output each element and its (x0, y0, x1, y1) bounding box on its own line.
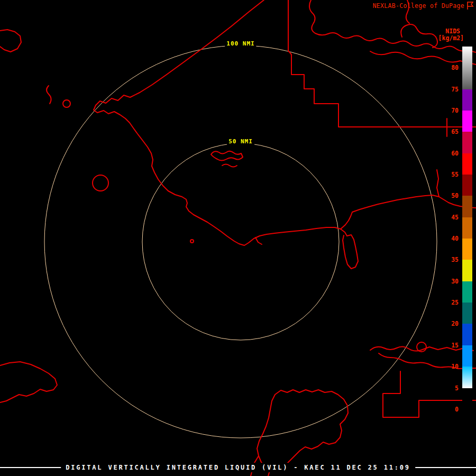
colorbar-tick-label: 55 (451, 171, 459, 178)
colorbar (462, 47, 472, 418)
colorbar-tick-label: 0 (455, 406, 459, 413)
colorbar-segment (462, 239, 472, 260)
colorbar-tick-label: 65 (451, 128, 459, 135)
range-ring-100nmi (44, 45, 437, 438)
lake-outline (190, 240, 194, 243)
nexlab-logo-flag-icon (466, 2, 474, 10)
colorbar-tick-label: 10 (451, 363, 459, 370)
colorbar-segment (462, 345, 472, 367)
coastline-path (343, 235, 358, 269)
island-outline (222, 164, 237, 167)
colorbar-units: [kg/m2] (438, 34, 464, 42)
river-path (401, 24, 437, 48)
colorbar-segment (462, 388, 472, 409)
map-outlines (0, 0, 476, 476)
coastline-path (94, 0, 347, 245)
product-caption: DIGITAL VERTICALLY INTEGRATED LIQUID (VI… (61, 463, 415, 472)
colorbar-segment (462, 367, 472, 388)
coastline-path (379, 353, 476, 369)
coastline-path (47, 86, 51, 104)
colorbar-segment (462, 303, 472, 324)
colorbar-tick-label: 15 (451, 342, 459, 349)
colorbar-segment (462, 153, 472, 175)
colorbar-tick-label: 20 (451, 320, 459, 327)
colorbar-segment (462, 175, 472, 196)
colorbar-segment (462, 111, 472, 132)
colorbar-tick-label: 75 (451, 86, 459, 93)
colorbar-tick-label: 60 (451, 150, 459, 157)
colorbar-tick-label: 50 (451, 192, 459, 199)
colorbar-segment (462, 132, 472, 153)
lake-outline (257, 390, 348, 469)
colorbar-segment (462, 217, 472, 239)
colorbar-segment (462, 89, 472, 111)
colorbar-segment (462, 409, 472, 418)
colorbar-title: NIDS (445, 28, 460, 35)
colorbar-tick-label: 45 (451, 214, 459, 221)
range-ring-50nmi (142, 143, 339, 340)
coastline-path (255, 237, 262, 244)
radar-map (0, 0, 476, 476)
colorbar-tick-label: 80 (451, 64, 459, 71)
colorbar-segment (462, 196, 472, 217)
lake-outline (93, 175, 108, 191)
range-ring-label-100nmi: 100 NMI (225, 40, 256, 47)
colorbar-ticks: 80757065605550454035302520151050 (435, 47, 459, 418)
coastline-path (0, 362, 57, 402)
colorbar-segment (462, 324, 472, 345)
nexlab-brand: NEXLAB-College of DuPage (373, 2, 464, 10)
radar-display: 100 NMI 50 NMI NEXLAB-College of DuPage … (0, 0, 476, 476)
colorbar-segment (462, 260, 472, 281)
colorbar-tick-label: 40 (451, 235, 459, 242)
colorbar-tick-label: 25 (451, 299, 459, 306)
colorbar-tick-label: 30 (451, 278, 459, 285)
lake-outline (63, 100, 70, 107)
colorbar-segment (462, 281, 472, 303)
colorbar-tick-label: 70 (451, 107, 459, 114)
colorbar-tick-label: 5 (455, 385, 459, 392)
colorbar-segment (462, 47, 472, 89)
island-outline (211, 151, 243, 161)
river-path (370, 51, 476, 65)
coastline-path (0, 30, 21, 52)
colorbar-tick-label: 35 (451, 256, 459, 263)
range-rings (44, 45, 437, 438)
range-ring-label-50nmi: 50 NMI (227, 138, 254, 145)
